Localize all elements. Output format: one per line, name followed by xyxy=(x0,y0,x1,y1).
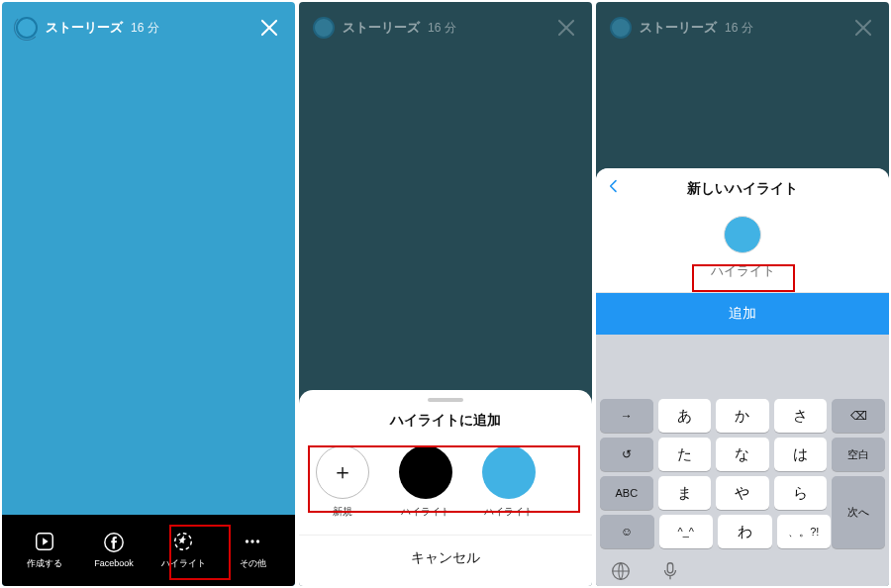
keyboard-area xyxy=(596,335,889,395)
keyboard-toolbar xyxy=(596,554,889,586)
key-wa[interactable]: わ xyxy=(718,515,772,548)
svg-marker-1 xyxy=(43,538,49,544)
keyboard: → あ か さ ⌫ ↺ た な は 空白 ABC ま や ら 次へ ☺ xyxy=(596,395,889,554)
highlight-item-2[interactable]: ハイライト xyxy=(479,445,539,519)
sheet-title: 新しいハイライト xyxy=(687,180,798,198)
highlight-button[interactable]: ハイライト xyxy=(148,526,218,574)
key-ya[interactable]: や xyxy=(716,476,769,510)
key-arrow[interactable]: → xyxy=(600,399,653,433)
key-delete[interactable]: ⌫ xyxy=(832,399,885,433)
key-ma[interactable]: ま xyxy=(658,476,712,510)
sheet-title: ハイライトに追加 xyxy=(390,412,501,430)
key-punct[interactable]: 、。?! xyxy=(777,515,832,548)
avatar-icon[interactable] xyxy=(16,17,38,39)
highlight-sheet: ハイライトに追加 ＋ 新規 ハイライト ハイライト キャンセル xyxy=(299,390,592,586)
svg-point-6 xyxy=(256,539,259,542)
key-space[interactable]: 空白 xyxy=(832,438,885,471)
key-next[interactable]: 次へ xyxy=(832,476,885,548)
facebook-icon xyxy=(102,531,126,554)
story-header-dim: ストーリーズ 16 分 xyxy=(299,2,592,53)
svg-point-4 xyxy=(246,539,248,542)
story-header-dim: ストーリーズ 16 分 xyxy=(596,2,889,53)
key-a[interactable]: あ xyxy=(658,399,712,433)
story-title: ストーリーズ xyxy=(343,19,420,37)
cancel-button[interactable]: キャンセル xyxy=(299,535,592,567)
highlight-label: ハイライト xyxy=(401,505,450,519)
facebook-label: Facebook xyxy=(94,558,134,568)
add-highlight-screen: ストーリーズ 16 分 ハイライトに追加 ＋ 新規 ハイライト ハイライト キャ… xyxy=(299,2,592,586)
more-label: その他 xyxy=(240,557,266,570)
create-label: 作成する xyxy=(27,557,62,570)
close-icon[interactable] xyxy=(257,16,281,40)
mic-icon[interactable] xyxy=(659,560,681,582)
key-na[interactable]: な xyxy=(716,438,769,471)
plus-icon: ＋ xyxy=(316,445,369,499)
story-title: ストーリーズ xyxy=(640,19,717,37)
highlight-icon xyxy=(171,530,195,553)
key-sa[interactable]: さ xyxy=(774,399,828,433)
avatar-icon xyxy=(610,17,632,39)
avatar-icon xyxy=(313,17,335,39)
back-button[interactable] xyxy=(606,178,622,194)
story-header: ストーリーズ 16 分 xyxy=(2,2,295,53)
story-viewer-screen: ストーリーズ 16 分 作成する Facebook ハイライト xyxy=(2,2,295,586)
story-bottom-bar: 作成する Facebook ハイライト その他 xyxy=(2,515,295,586)
new-highlight-sheet: 新しいハイライト 追加 → あ か さ ⌫ ↺ た な は 空白 xyxy=(596,168,889,586)
more-button[interactable]: その他 xyxy=(218,526,287,574)
key-undo[interactable]: ↺ xyxy=(600,438,653,471)
story-time: 16 分 xyxy=(131,20,159,37)
highlight-thumb xyxy=(399,445,452,499)
story-time: 16 分 xyxy=(725,20,753,37)
close-icon[interactable] xyxy=(851,16,875,40)
highlight-name-input[interactable] xyxy=(683,263,802,278)
story-content[interactable] xyxy=(2,53,295,515)
story-time: 16 分 xyxy=(428,20,456,37)
svg-point-5 xyxy=(250,539,253,542)
story-title: ストーリーズ xyxy=(46,19,123,37)
add-button[interactable]: 追加 xyxy=(596,293,889,335)
key-ka[interactable]: か xyxy=(716,399,769,433)
globe-icon[interactable] xyxy=(610,560,632,582)
key-emoji[interactable]: ☺ xyxy=(600,515,654,548)
key-ha[interactable]: は xyxy=(774,438,828,471)
more-icon xyxy=(241,530,264,553)
new-highlight-screen: ストーリーズ 16 分 新しいハイライト 追加 → あ か さ ⌫ ↺ xyxy=(596,2,889,586)
highlight-form xyxy=(596,210,889,293)
sheet-grabber[interactable] xyxy=(428,398,463,402)
highlight-label: ハイライト xyxy=(484,505,534,519)
key-face[interactable]: ^_^ xyxy=(659,515,714,548)
highlight-preview[interactable] xyxy=(724,216,761,253)
key-abc[interactable]: ABC xyxy=(600,476,653,510)
svg-rect-8 xyxy=(667,563,673,573)
facebook-button[interactable]: Facebook xyxy=(79,527,148,572)
sheet-header: 新しいハイライト xyxy=(596,168,889,210)
new-highlight-button[interactable]: ＋ 新規 xyxy=(313,445,372,519)
highlight-thumb xyxy=(482,445,536,499)
new-label: 新規 xyxy=(333,505,352,519)
key-ra[interactable]: ら xyxy=(774,476,828,510)
create-icon xyxy=(33,530,56,553)
create-button[interactable]: 作成する xyxy=(10,526,79,574)
highlight-label: ハイライト xyxy=(161,557,206,570)
close-icon[interactable] xyxy=(554,16,578,40)
highlight-list: ＋ 新規 ハイライト ハイライト xyxy=(299,443,592,525)
key-ta[interactable]: た xyxy=(658,438,712,471)
highlight-item-1[interactable]: ハイライト xyxy=(396,445,455,519)
